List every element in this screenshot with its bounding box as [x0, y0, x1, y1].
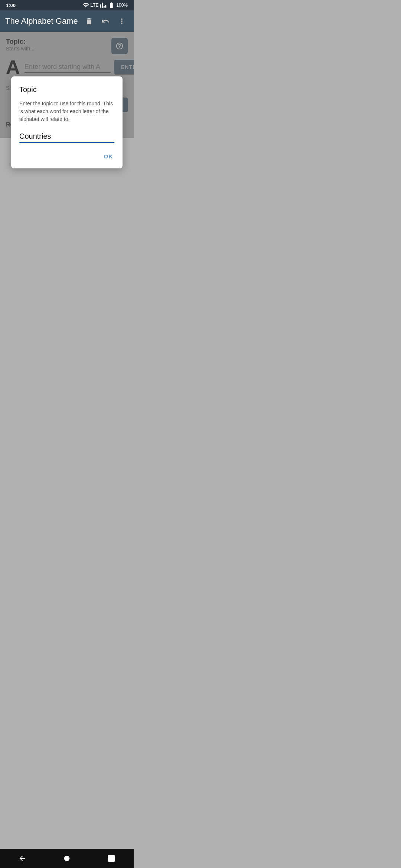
more-button[interactable]: [115, 14, 128, 28]
battery-percent: 100%: [116, 3, 128, 8]
app-bar: The Alphabet Game: [0, 10, 134, 32]
dialog-title: Topic: [19, 85, 114, 94]
dialog-actions: OK: [19, 150, 114, 162]
undo-button[interactable]: [99, 14, 112, 28]
delete-button[interactable]: [82, 14, 96, 28]
main-content: Topic: Starts with... A ENTER Show resul…: [0, 32, 134, 138]
status-bar: 1:00 LTE 100%: [0, 0, 134, 10]
app-title: The Alphabet Game: [5, 16, 82, 26]
status-time: 1:00: [6, 3, 16, 8]
lte-label: LTE: [91, 3, 99, 8]
undo-icon: [101, 17, 110, 25]
battery-icon: [108, 2, 115, 9]
app-bar-actions: [82, 14, 128, 28]
signal-icon: [100, 2, 107, 9]
dialog: Topic Enter the topic to use for this ro…: [11, 76, 123, 168]
wifi-icon: [82, 2, 89, 9]
dialog-overlay: Topic Enter the topic to use for this ro…: [0, 32, 134, 138]
dialog-message: Enter the topic to use for this round. T…: [19, 100, 114, 123]
status-icons: LTE 100%: [82, 2, 128, 9]
ok-button[interactable]: OK: [102, 150, 115, 162]
more-icon: [118, 17, 126, 25]
delete-icon: [85, 17, 93, 25]
topic-input[interactable]: [19, 131, 114, 143]
